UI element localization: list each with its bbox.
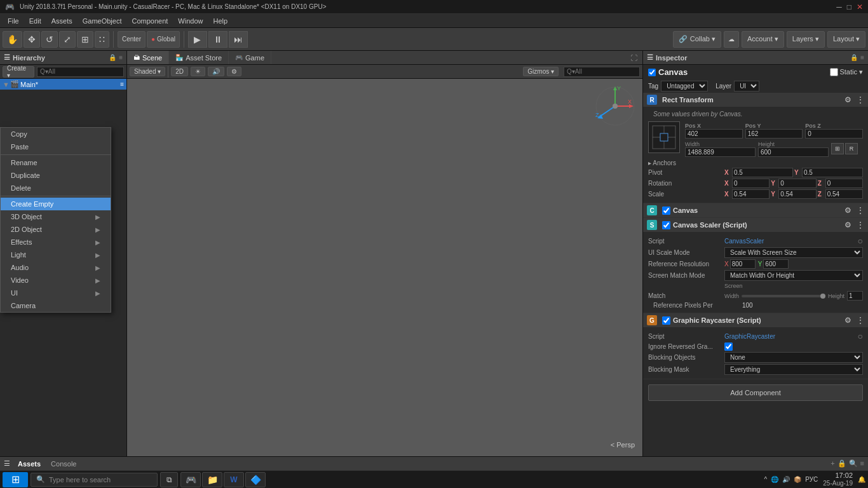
start-button[interactable]: ⊞ (3, 472, 28, 487)
hierarchy-create-button[interactable]: Create ▾ (3, 66, 34, 78)
rect-transform-header[interactable]: R Rect Transform ⚙ ⋮ (643, 93, 868, 107)
canvas-enabled-checkbox[interactable] (662, 207, 670, 215)
canvas-scaler-overflow-icon[interactable]: ⋮ (857, 220, 864, 229)
vfx-button[interactable]: ⚙ (227, 67, 241, 76)
rect-transform-overflow-icon[interactable]: ⋮ (857, 95, 864, 104)
collab-button[interactable]: 🔗 Collab ▾ (673, 31, 721, 48)
pos-y-input[interactable] (745, 129, 803, 139)
component-enabled-checkbox[interactable] (648, 69, 656, 76)
create-asset-icon[interactable]: + (831, 459, 834, 468)
ref-x-input[interactable] (730, 259, 756, 269)
canvas-scaler-enabled[interactable] (662, 221, 670, 229)
unity-taskbar-app[interactable]: 🎮 (180, 472, 201, 487)
script-value[interactable]: CanvasScaler (724, 238, 858, 245)
lighting-button[interactable]: ☀ (191, 67, 205, 76)
script-circle-icon[interactable]: ○ (858, 236, 863, 246)
ui-scale-dropdown[interactable]: Scale With Screen Size (724, 247, 863, 258)
canvas-scaler-settings-icon[interactable]: ⚙ (844, 220, 851, 229)
static-checkbox[interactable] (830, 68, 838, 76)
gizmos-dropdown[interactable]: Gizmos ▾ (523, 67, 559, 76)
match-slider-thumb[interactable] (820, 294, 825, 299)
pos-x-input[interactable] (685, 129, 743, 139)
ctx-video[interactable]: Video ▶ (1, 274, 111, 287)
center-pivot-button[interactable]: Center (118, 31, 146, 48)
pause-button[interactable]: ⏸ (208, 31, 227, 48)
menu-window[interactable]: Window (173, 16, 208, 26)
hierarchy-menu-icon[interactable]: ≡ (120, 81, 124, 88)
task-view-button[interactable]: ⧉ (160, 472, 178, 487)
menu-assets[interactable]: Assets (46, 16, 78, 26)
menu-edit[interactable]: Edit (24, 16, 46, 26)
scene-viewport[interactable]: Y Z X < Persp (127, 79, 642, 456)
audio-scene-button[interactable]: 🔊 (208, 67, 224, 76)
layout-button[interactable]: Layout ▾ (827, 31, 865, 48)
gr-settings-icon[interactable]: ⚙ (844, 316, 851, 325)
ctx-rename[interactable]: Rename (1, 156, 111, 169)
tray-arrow[interactable]: ^ (764, 476, 768, 483)
pivot-x-input[interactable] (732, 168, 793, 177)
project-menu-icon[interactable]: ≡ (860, 459, 864, 468)
maximize-scene[interactable]: ⛶ (630, 54, 637, 62)
notifications-icon[interactable]: 🔔 (858, 476, 865, 483)
inspector-menu-icon[interactable]: ≡ (860, 54, 864, 61)
shading-dropdown[interactable]: Shaded ▾ (130, 67, 165, 76)
ctx-audio[interactable]: Audio ▶ (1, 261, 111, 274)
rect-transform-settings-icon[interactable]: ⚙ (844, 95, 851, 104)
add-component-button[interactable]: Add Component (648, 384, 863, 401)
tool-move[interactable]: ✥ (24, 31, 40, 48)
hierarchy-lock-icon[interactable]: 🔒 (109, 54, 116, 61)
console-tab[interactable]: Console (51, 460, 76, 468)
scale-z-input[interactable] (825, 189, 863, 199)
graphic-raycaster-header[interactable]: G Graphic Raycaster (Script) ⚙ ⋮ (643, 313, 868, 327)
menu-gameobject[interactable]: GameObject (78, 16, 127, 26)
inspector-lock-icon[interactable]: 🔒 (850, 54, 858, 61)
scale-y-input[interactable] (778, 189, 816, 199)
explorer-taskbar-app[interactable]: 📁 (202, 472, 222, 487)
ref-y-input[interactable] (763, 259, 789, 269)
pivot-y-input[interactable] (802, 168, 863, 177)
cloud-button[interactable]: ☁ (724, 31, 739, 48)
match-value-input[interactable] (847, 291, 863, 301)
scene-gizmo[interactable]: Y Z X (593, 84, 637, 128)
account-button[interactable]: Account ▾ (742, 31, 784, 48)
reset-button[interactable]: R (845, 143, 858, 154)
tool-rotate[interactable]: ↺ (41, 31, 58, 48)
project-search-icon[interactable]: 🔍 (849, 459, 858, 468)
anchor-preview[interactable] (648, 121, 680, 153)
menu-component[interactable]: Component (126, 16, 173, 26)
ctx-light[interactable]: Light ▶ (1, 248, 111, 261)
taskbar-search[interactable]: 🔍 Type here to search (31, 473, 158, 487)
tool-scale[interactable]: ⤢ (59, 31, 76, 48)
canvas-overflow-icon[interactable]: ⋮ (857, 206, 864, 215)
pos-z-input[interactable] (805, 129, 863, 139)
rot-y-input[interactable] (778, 179, 816, 188)
tool-transform[interactable]: ∷ (95, 31, 109, 48)
ctx-camera[interactable]: Camera (1, 299, 111, 312)
minimize-button[interactable]: ─ (836, 3, 842, 11)
tab-scene[interactable]: 🏔 Scene (127, 51, 169, 64)
canvas-settings-icon[interactable]: ⚙ (844, 206, 851, 215)
layers-button[interactable]: Layers ▾ (787, 31, 825, 48)
menu-help[interactable]: Help (208, 16, 233, 26)
canvas-scaler-header[interactable]: S Canvas Scaler (Script) ⚙ ⋮ (643, 218, 868, 232)
blocking-objects-dropdown[interactable]: None (724, 352, 863, 363)
project-lock-icon[interactable]: 🔒 (837, 459, 846, 468)
tool-hand[interactable]: ✋ (3, 31, 22, 48)
scale-x-input[interactable] (732, 189, 770, 199)
hierarchy-menu-icon[interactable]: ≡ (119, 54, 123, 61)
ctx-copy[interactable]: Copy (1, 128, 111, 140)
height-input[interactable] (758, 147, 829, 157)
tool-rect[interactable]: ⊞ (77, 31, 93, 48)
ctx-delete[interactable]: Delete (1, 182, 111, 194)
unity-hub-taskbar-app[interactable]: 🔷 (245, 472, 266, 487)
tab-game[interactable]: 🎮 Game (229, 51, 271, 64)
ctx-2d-object[interactable]: 2D Object ▶ (1, 223, 111, 236)
tab-asset-store[interactable]: 🏪 Asset Store (169, 51, 229, 64)
width-input[interactable] (685, 147, 756, 157)
canvas-component-header[interactable]: C Canvas ⚙ ⋮ (643, 203, 868, 217)
tag-dropdown[interactable]: Untagged (661, 81, 708, 92)
rot-x-input[interactable] (732, 179, 770, 188)
gr-script-value[interactable]: GraphicRaycaster (724, 333, 858, 340)
close-button[interactable]: ✕ (857, 3, 863, 11)
word-taskbar-app[interactable]: W (224, 472, 244, 487)
